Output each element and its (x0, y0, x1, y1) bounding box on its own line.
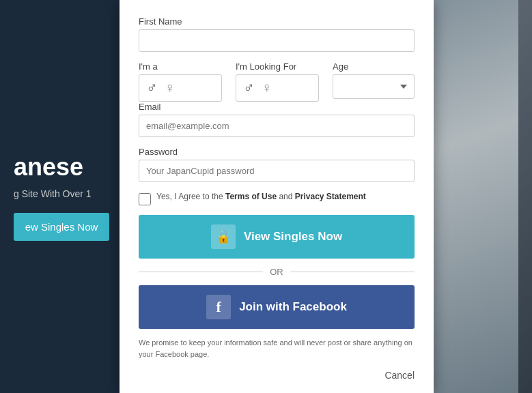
im-a-select[interactable]: ♂ ♀ (139, 74, 222, 102)
first-name-group: First Name (139, 16, 415, 52)
agree-text: Yes, I Agree to the Terms of Use and Pri… (156, 192, 366, 201)
cancel-link[interactable]: Cancel (384, 370, 415, 381)
bg-subtitle: g Site With Over 1 (14, 188, 109, 199)
email-input[interactable] (139, 115, 415, 137)
password-input[interactable] (139, 160, 415, 182)
email-group: Email (139, 102, 415, 137)
agree-row: Yes, I Agree to the Terms of Use and Pri… (139, 192, 415, 205)
password-label: Password (139, 147, 415, 157)
lock-icon: 🔒 (211, 224, 236, 249)
privacy-note: We promise to keep your information safe… (139, 337, 415, 360)
or-line-right (290, 272, 415, 272)
view-singles-label: View Singles Now (244, 230, 342, 244)
looking-female-icon: ♀ (262, 79, 273, 97)
email-label: Email (139, 102, 415, 112)
or-line-left (139, 272, 263, 272)
bg-left: anese g Site With Over 1 ew Singles Now (0, 0, 123, 393)
gender-row: I'm a ♂ ♀ I'm Looking For ♂ ♀ Age (139, 61, 415, 102)
im-a-group: I'm a ♂ ♀ (139, 61, 222, 102)
looking-for-label: I'm Looking For (236, 61, 319, 72)
facebook-label: Join with Facebook (239, 300, 347, 314)
age-label: Age (333, 61, 415, 72)
facebook-icon: f (206, 295, 231, 319)
cancel-row: Cancel (139, 369, 415, 381)
looking-male-icon: ♂ (243, 79, 255, 97)
agree-and: and (277, 192, 295, 201)
agree-prefix: Yes, I Agree to the (156, 192, 225, 201)
age-select[interactable] (333, 74, 415, 99)
looking-for-select[interactable]: ♂ ♀ (236, 74, 319, 102)
age-group: Age (333, 61, 415, 99)
male-icon: ♂ (146, 79, 158, 97)
agree-checkbox[interactable] (139, 193, 151, 205)
terms-link[interactable]: Terms of Use (225, 192, 277, 201)
im-a-label: I'm a (139, 61, 222, 72)
view-singles-button[interactable]: 🔒 View Singles Now (139, 215, 415, 259)
bg-view-singles-button[interactable]: ew Singles Now (14, 213, 109, 241)
female-icon: ♀ (165, 79, 176, 97)
looking-for-group: I'm Looking For ♂ ♀ (236, 61, 319, 102)
or-divider: OR (139, 267, 415, 277)
facebook-button[interactable]: f Join with Facebook (139, 285, 415, 329)
bg-title: anese (14, 153, 109, 181)
modal: First Name I'm a ♂ ♀ I'm Looking For ♂ ♀… (120, 0, 434, 393)
password-group: Password (139, 147, 415, 182)
first-name-input[interactable] (139, 29, 415, 52)
or-text: OR (270, 267, 283, 277)
first-name-label: First Name (139, 16, 415, 27)
privacy-link[interactable]: Privacy Statement (295, 192, 366, 201)
